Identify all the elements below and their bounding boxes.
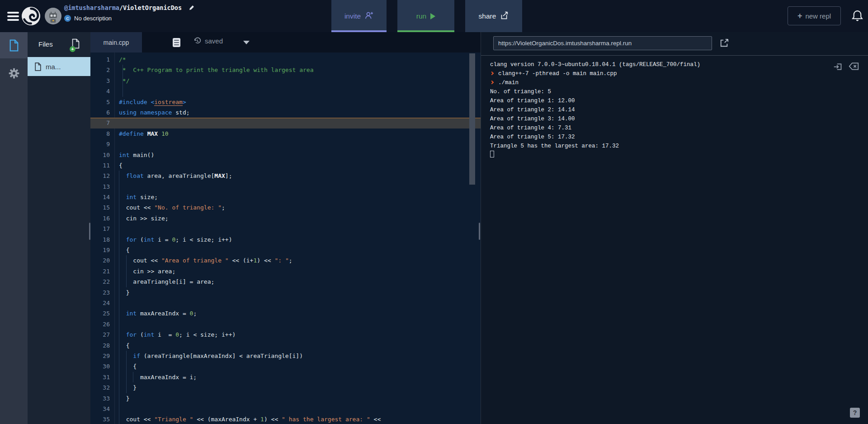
code-line[interactable]: 30 { (90, 361, 481, 372)
line-number: 6 (90, 107, 110, 118)
replit-logo-icon[interactable] (22, 7, 40, 25)
code-line[interactable]: 15 cout << "No. of triangle: "; (90, 202, 481, 213)
code-line[interactable]: 10int main() (90, 150, 481, 160)
code-line[interactable]: 2 * C++ Program to print the triangle wi… (90, 65, 481, 75)
editor-tabbar: main.cpp saved (90, 32, 481, 52)
code-line[interactable]: 23 } (90, 287, 481, 298)
indent-guide (126, 351, 127, 361)
line-number: 20 (90, 255, 110, 266)
file-item-label: ma... (46, 63, 61, 71)
repl-url-input[interactable] (493, 36, 712, 50)
code-line[interactable]: 12 float area, areaTriangle[MAX]; (90, 171, 481, 181)
panel-resize-handle-left[interactable] (89, 223, 90, 240)
editor-scrollbar-thumb[interactable] (469, 53, 475, 185)
tab-main-cpp[interactable]: main.cpp (90, 32, 142, 52)
code-line[interactable]: 29 if (areaTriangle[maxAreaIndx] < areaT… (90, 351, 481, 361)
code-line[interactable]: 7 (90, 118, 481, 128)
code-line[interactable]: 13 (90, 181, 481, 192)
code-line[interactable]: 6using namespace std; (90, 107, 481, 118)
indent-guide (119, 404, 119, 414)
run-button[interactable]: run (397, 0, 454, 32)
save-status-label: saved (205, 37, 223, 45)
line-number: 24 (90, 298, 110, 308)
share-label: share (479, 12, 496, 20)
line-content: { (119, 245, 481, 255)
line-content: for (int i = 0; i < size; i++) (119, 329, 481, 340)
code-line[interactable]: 11{ (90, 160, 481, 171)
code-line[interactable]: 16 cin >> size; (90, 213, 481, 224)
code-line[interactable]: 20 cout << "Area of triangle " << (i+1) … (90, 255, 481, 266)
indent-guide (126, 255, 127, 266)
edit-title-pencil-icon[interactable] (189, 5, 195, 12)
line-number: 28 (90, 340, 110, 351)
share-button[interactable]: share (465, 0, 522, 32)
share-icon (500, 11, 509, 21)
format-code-icon[interactable] (173, 38, 180, 47)
repl-description[interactable]: No description (74, 15, 112, 22)
notifications-bell-icon[interactable] (852, 10, 863, 24)
code-editor: main.cpp saved 1/*2 * C++ Program to pri… (90, 32, 481, 424)
indent-guide (126, 266, 127, 276)
code-line[interactable]: 17 (90, 224, 481, 234)
code-line[interactable]: 19 { (90, 245, 481, 255)
indent-guide (119, 361, 119, 372)
code-line[interactable]: 34 (90, 404, 481, 414)
code-line[interactable]: 22 areaTriangle[i] = area; (90, 276, 481, 287)
line-number: 31 (90, 372, 110, 382)
code-line[interactable]: 1/* (90, 54, 481, 65)
prompt-chevron-icon (490, 71, 494, 75)
code-line[interactable]: 8#define MAX 10 (90, 129, 481, 139)
save-status[interactable]: saved (193, 37, 223, 45)
code-line[interactable]: 25 int maxAreaIndx = 0; (90, 308, 481, 319)
code-line[interactable]: 33 } (90, 393, 481, 404)
line-content: cout << "Area of triangle " << (i+1) << … (119, 255, 481, 266)
cpp-language-icon: C (64, 15, 71, 22)
line-content: } (119, 287, 481, 298)
play-icon (430, 13, 435, 19)
console-output[interactable]: clang version 7.0.0-3~ubuntu0.18.04.1 (t… (490, 60, 863, 160)
console-divider (481, 55, 868, 56)
indent-guide (119, 276, 119, 287)
line-content: #define MAX 10 (119, 129, 481, 139)
user-avatar[interactable] (45, 8, 61, 24)
code-line[interactable]: 4 (90, 86, 481, 96)
line-content (119, 319, 481, 329)
open-external-icon[interactable] (720, 38, 729, 49)
panel-resize-handle-right[interactable] (479, 223, 480, 240)
code-line[interactable]: 32 } (90, 382, 481, 393)
indent-guide (119, 255, 119, 266)
line-number: 27 (90, 329, 110, 340)
code-line[interactable]: 3 */ (90, 76, 481, 86)
rail-settings-tab[interactable] (0, 60, 28, 86)
console-cursor (490, 151, 494, 157)
indent-guide (126, 361, 127, 372)
code-line[interactable]: 18 for (int i = 0; i < size; i++) (90, 234, 481, 245)
code-line[interactable]: 28 { (90, 340, 481, 351)
indent-guide (126, 382, 127, 393)
add-file-icon[interactable]: + (71, 38, 83, 51)
code-line[interactable]: 24 (90, 298, 481, 308)
code-line[interactable]: 31 maxAreaIndx = i; (90, 372, 481, 382)
code-line[interactable]: 26 (90, 319, 481, 329)
code-line[interactable]: 27 for (int i = 0; i < size; i++) (90, 329, 481, 340)
line-number: 15 (90, 202, 110, 213)
code-line[interactable]: 21 cin >> area; (90, 266, 481, 276)
console-cursor-line[interactable] (490, 151, 863, 160)
new-repl-button[interactable]: + new repl (788, 6, 841, 25)
rail-files-tab[interactable] (0, 32, 28, 58)
line-content: * C++ Program to print the triangle with… (119, 65, 481, 75)
file-item-main-cpp[interactable]: ma... (28, 57, 90, 76)
line-content (119, 86, 481, 96)
menu-hamburger-icon[interactable] (7, 12, 19, 21)
indent-guide (119, 171, 119, 181)
help-button[interactable]: ? (850, 408, 860, 418)
code-line[interactable]: 5#include <iostream> (90, 97, 481, 107)
code-line[interactable]: 9 (90, 139, 481, 149)
repl-owner[interactable]: @imtusharsharma (64, 4, 119, 11)
history-dropdown-caret-icon[interactable] (243, 41, 250, 44)
console-line: ./main (490, 78, 863, 87)
code-line[interactable]: 14 int size; (90, 192, 481, 202)
invite-button[interactable]: invite (331, 0, 387, 32)
tab-label: main.cpp (104, 39, 129, 46)
code-line[interactable]: 35 cout << "Triangle " << (maxAreaIndx +… (90, 414, 481, 424)
